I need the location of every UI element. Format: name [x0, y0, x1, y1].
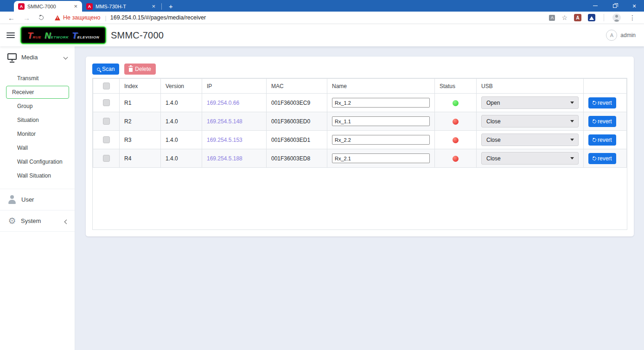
- tab-close-icon[interactable]: ×: [73, 3, 78, 9]
- cell-index: R3: [120, 131, 161, 149]
- row-checkbox[interactable]: [103, 99, 110, 106]
- status-dot: [453, 119, 459, 125]
- minimize-button[interactable]: [586, 0, 605, 12]
- tab-close-icon[interactable]: ×: [151, 3, 156, 9]
- media-submenu: TransmitReceiverGroupSituationMonitorWal…: [0, 67, 75, 189]
- row-checkbox[interactable]: [103, 136, 110, 143]
- name-input[interactable]: [332, 98, 430, 108]
- revert-button[interactable]: revert: [588, 134, 616, 146]
- sidebar-item-transmit[interactable]: Transmit: [12, 72, 69, 85]
- ip-link[interactable]: 169.254.5.148: [207, 118, 242, 125]
- cell-index: R2: [120, 112, 161, 131]
- toolbar-right-icons: A A: [549, 13, 638, 22]
- extension-icon[interactable]: [588, 14, 595, 21]
- ip-link[interactable]: 169.254.5.188: [207, 155, 242, 162]
- sidebar-item-situation[interactable]: Situation: [12, 114, 69, 127]
- browser-menu-icon[interactable]: [627, 14, 638, 21]
- column-header-version: Version: [161, 79, 202, 94]
- usb-select[interactable]: Close: [481, 134, 579, 146]
- cell-version: 1.4.0: [161, 149, 202, 168]
- usb-select[interactable]: Close: [481, 152, 579, 165]
- forward-button[interactable]: →: [19, 14, 34, 21]
- tab-smmc-7000[interactable]: A SMMC-7000 ×: [14, 1, 82, 12]
- row-checkbox[interactable]: [103, 118, 110, 125]
- cell-version: 1.4.0: [161, 131, 202, 149]
- logo-word-true: T RUE: [27, 31, 41, 40]
- revert-button[interactable]: revert: [588, 153, 616, 164]
- column-header-status: Status: [435, 79, 477, 94]
- usb-select[interactable]: Close: [481, 115, 579, 127]
- table-header-row: Index Version IP MAC Name Status USB: [93, 79, 627, 94]
- sidebar-item-wall-situation[interactable]: Wall Situation: [12, 169, 69, 182]
- sidebar-item-receiver[interactable]: Receiver: [6, 86, 69, 99]
- column-header-usb: USB: [477, 79, 584, 94]
- column-header-name: Name: [327, 79, 435, 94]
- bookmark-star-icon[interactable]: [561, 14, 567, 21]
- tab-divider: [161, 3, 162, 10]
- receiver-table-wrapper: Index Version IP MAC Name Status USB R1 …: [92, 78, 627, 230]
- sidebar-item-user[interactable]: User: [0, 189, 75, 210]
- name-input[interactable]: [332, 135, 430, 145]
- user-menu[interactable]: A admin: [606, 30, 636, 41]
- sidebar-group-media[interactable]: Media: [0, 46, 75, 67]
- new-tab-button[interactable]: +: [166, 2, 176, 10]
- receiver-table-body: R1 1.4.0 169.254.0.66 001F36003EC9 Open …: [93, 94, 627, 168]
- back-button[interactable]: ←: [4, 14, 19, 21]
- revert-button[interactable]: revert: [588, 116, 616, 127]
- sidebar-item-system[interactable]: System: [0, 210, 75, 232]
- sidebar-item-wall[interactable]: Wall: [12, 141, 69, 154]
- ip-link[interactable]: 169.254.0.66: [207, 100, 239, 106]
- reload-icon: [38, 14, 45, 21]
- revert-icon: [592, 156, 597, 161]
- usb-select[interactable]: Open: [481, 96, 579, 109]
- status-dot: [453, 137, 459, 143]
- sidebar-group-label: Media: [21, 54, 38, 61]
- toolbar-divider: [604, 14, 604, 21]
- name-input[interactable]: [332, 153, 430, 163]
- chevron-down-icon: [64, 55, 68, 60]
- close-icon: ×: [632, 3, 636, 9]
- usb-select-value: Close: [486, 155, 501, 162]
- chevron-down-icon: [570, 120, 574, 122]
- restore-button[interactable]: [605, 0, 625, 12]
- select-all-checkbox[interactable]: [103, 83, 110, 89]
- tab-label: MMS-730H-T: [96, 4, 148, 9]
- warning-triangle-icon: [55, 15, 60, 20]
- username-label: admin: [620, 32, 636, 38]
- ip-link[interactable]: 169.254.5.153: [207, 137, 242, 143]
- browser-profile-icon[interactable]: [612, 13, 621, 22]
- table-row: R3 1.4.0 169.254.5.153 001F36003ED1 Clos…: [93, 131, 627, 149]
- logo-word-television: T ELEVISION: [72, 31, 99, 40]
- hamburger-menu-icon[interactable]: [6, 32, 15, 38]
- cell-mac: 001F36003ED0: [267, 112, 327, 131]
- usb-select-value: Open: [486, 100, 500, 106]
- chevron-down-icon: [570, 102, 574, 104]
- angular-favicon: A: [86, 3, 93, 10]
- status-dot: [453, 100, 459, 106]
- sidebar-item-monitor[interactable]: Monitor: [12, 127, 69, 140]
- chevron-down-icon: [570, 157, 574, 159]
- tab-mms-730h-t[interactable]: A MMS-730H-T ×: [82, 1, 160, 12]
- name-input[interactable]: [332, 116, 430, 126]
- translate-icon[interactable]: A: [549, 15, 555, 21]
- pdf-extension-icon[interactable]: A: [574, 14, 581, 21]
- cell-mac: 001F36003ED1: [267, 131, 327, 149]
- cell-version: 1.4.0: [161, 112, 202, 131]
- url-text[interactable]: 169.254.0.15/#/pages/media/receiver: [110, 14, 549, 21]
- scan-button[interactable]: Scan: [92, 64, 119, 75]
- sidebar-item-group[interactable]: Group: [12, 100, 69, 113]
- sidebar-item-label: User: [21, 196, 34, 203]
- reload-button[interactable]: [34, 15, 48, 20]
- sidebar-item-label: System: [21, 217, 41, 224]
- table-row: R4 1.4.0 169.254.5.188 001F36003ED8 Clos…: [93, 149, 627, 168]
- monitor-icon: [7, 53, 17, 60]
- delete-button[interactable]: Delete: [124, 64, 156, 75]
- revert-button[interactable]: revert: [588, 97, 616, 108]
- gear-icon: [7, 216, 17, 225]
- security-chip[interactable]: Не защищено: [55, 14, 100, 21]
- column-header-ip: IP: [202, 79, 267, 94]
- close-window-button[interactable]: ×: [625, 0, 644, 12]
- browser-titlebar: A SMMC-7000 × A MMS-730H-T × + ×: [0, 0, 644, 12]
- sidebar-item-wall-configuration[interactable]: Wall Configuration: [12, 155, 69, 168]
- row-checkbox[interactable]: [103, 155, 110, 162]
